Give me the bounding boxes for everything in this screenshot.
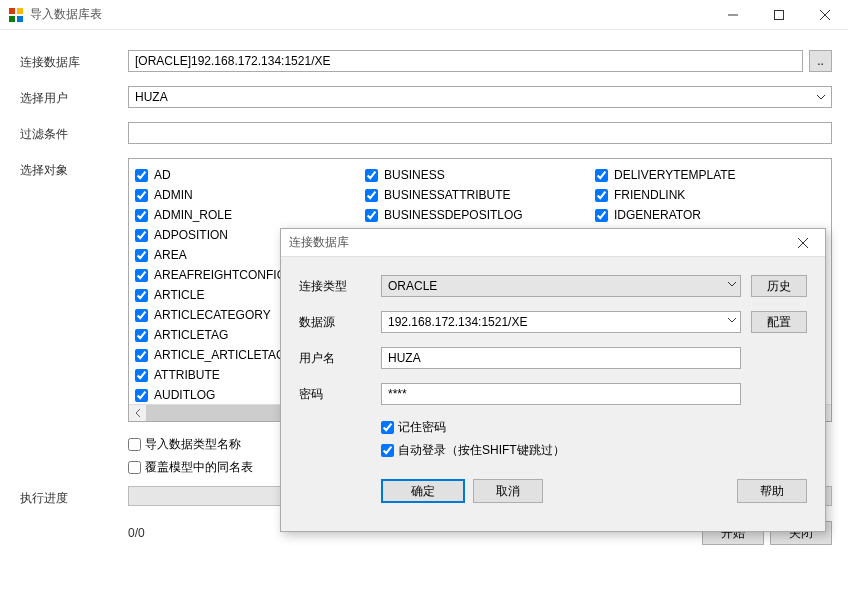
list-item[interactable]: ADMIN	[135, 185, 365, 205]
password-input[interactable]	[381, 383, 741, 405]
conn-type-combo[interactable]: ORACLE	[381, 275, 741, 297]
select-user-label: 选择用户	[20, 86, 128, 107]
cancel-button[interactable]: 取消	[473, 479, 543, 503]
main-titlebar: 导入数据库表	[0, 0, 848, 30]
config-button[interactable]: 配置	[751, 311, 807, 333]
dialog-title: 连接数据库	[289, 234, 789, 251]
list-item[interactable]: IDGENERATOR	[595, 205, 825, 225]
window-title: 导入数据库表	[30, 6, 710, 23]
password-label: 密码	[299, 386, 371, 403]
connect-dialog: 连接数据库 连接类型 ORACLE 历史 数据源 配置	[280, 228, 826, 532]
ok-button[interactable]: 确定	[381, 479, 465, 503]
close-button[interactable]	[802, 0, 848, 30]
scroll-left-icon[interactable]	[129, 405, 146, 422]
dialog-close-button[interactable]	[789, 229, 817, 257]
list-item[interactable]: DELIVERYTEMPLATE	[595, 165, 825, 185]
select-user-combo[interactable]	[128, 86, 832, 108]
list-item[interactable]: FRIENDLINK	[595, 185, 825, 205]
connect-db-input[interactable]	[128, 50, 803, 72]
data-source-label: 数据源	[299, 314, 371, 331]
conn-type-label: 连接类型	[299, 278, 371, 295]
list-item[interactable]: BUSINESS	[365, 165, 595, 185]
dialog-titlebar: 连接数据库	[281, 229, 825, 257]
connect-db-label: 连接数据库	[20, 50, 128, 71]
list-item[interactable]: BUSINESSDEPOSITLOG	[365, 205, 595, 225]
svg-rect-1	[17, 8, 23, 14]
help-button[interactable]: 帮助	[737, 479, 807, 503]
browse-connect-button[interactable]: ..	[809, 50, 832, 72]
svg-rect-5	[775, 10, 784, 19]
svg-rect-2	[9, 16, 15, 22]
select-obj-label: 选择对象	[20, 158, 128, 179]
app-icon	[8, 7, 24, 23]
svg-rect-0	[9, 8, 15, 14]
list-item[interactable]: BUSINESSATTRIBUTE	[365, 185, 595, 205]
username-input[interactable]	[381, 347, 741, 369]
minimize-button[interactable]	[710, 0, 756, 30]
auto-login-checkbox[interactable]: 自动登录（按住SHIFT键跳过）	[381, 442, 807, 459]
progress-label: 执行进度	[20, 486, 128, 507]
list-item[interactable]: AD	[135, 165, 365, 185]
list-item[interactable]: ADMIN_ROLE	[135, 205, 365, 225]
remember-password-checkbox[interactable]: 记住密码	[381, 419, 807, 436]
filter-label: 过滤条件	[20, 122, 128, 143]
history-button[interactable]: 历史	[751, 275, 807, 297]
svg-rect-3	[17, 16, 23, 22]
username-label: 用户名	[299, 350, 371, 367]
data-source-combo[interactable]	[381, 311, 741, 333]
filter-input[interactable]	[128, 122, 832, 144]
maximize-button[interactable]	[756, 0, 802, 30]
